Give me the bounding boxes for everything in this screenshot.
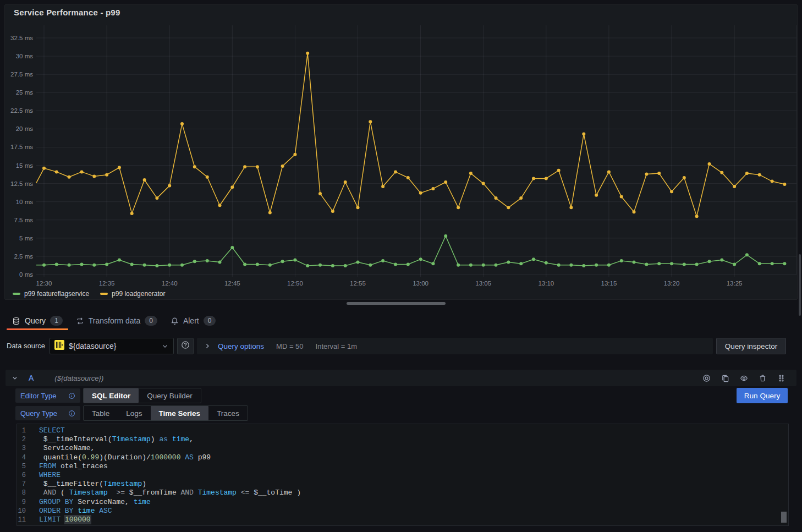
svg-text:17.5 ms: 17.5 ms [10, 144, 33, 150]
svg-text:12:30: 12:30 [36, 280, 52, 287]
transform-icon [76, 317, 84, 325]
line-number: 9 [17, 498, 39, 507]
svg-text:13:00: 13:00 [413, 280, 429, 287]
query-inspector-button[interactable]: Query inspector [716, 338, 786, 354]
datasource-help-button[interactable] [177, 338, 194, 354]
chevron-down-icon[interactable] [11, 374, 19, 382]
legend-item[interactable]: p99 featureflagservice [13, 290, 89, 298]
drag-handle-icon[interactable] [777, 374, 785, 382]
bell-icon [171, 317, 179, 325]
run-query-button[interactable]: Run Query [737, 388, 788, 403]
code-text: AND ( Timestamp >= $__fromTime AND Times… [39, 489, 301, 497]
editor-type-label: Editor Type [15, 388, 80, 403]
svg-text:13:10: 13:10 [538, 280, 554, 287]
tab-alert[interactable]: Alert0 [164, 311, 222, 330]
tab-badge: 0 [204, 316, 216, 326]
info-circle-icon[interactable] [68, 410, 75, 417]
code-text: FROM otel_traces [39, 462, 108, 471]
svg-text:20 ms: 20 ms [16, 125, 34, 132]
svg-text:13:05: 13:05 [475, 280, 491, 287]
horizontal-scrollbar[interactable] [347, 302, 446, 305]
info-circle-icon[interactable] [68, 392, 75, 399]
tab-badge: 1 [50, 316, 63, 326]
tab-badge: 0 [145, 316, 157, 326]
record-icon[interactable] [702, 374, 711, 382]
line-number: 8 [17, 489, 39, 497]
code-line[interactable]: 4 quantile(0.99)(Duration)/1000000 AS p9… [17, 453, 788, 462]
option-traces[interactable]: Traces [208, 406, 248, 420]
svg-text:5 ms: 5 ms [19, 235, 33, 242]
line-number: 6 [17, 471, 39, 480]
option-sql-editor[interactable]: SQL Editor [84, 388, 139, 403]
svg-text:12:55: 12:55 [350, 280, 366, 287]
svg-text:25 ms: 25 ms [16, 89, 34, 96]
editor-type-radio-group: SQL EditorQuery Builder [83, 388, 201, 403]
code-text: LIMIT 100000 [39, 515, 91, 524]
sql-code-lines: 1SELECT2 $__timeInterval(Timestamp) as t… [17, 426, 788, 524]
query-row-actions [702, 374, 791, 382]
option-query-builder[interactable]: Query Builder [139, 388, 201, 403]
panel-editor-tabs: Query1Transform data0Alert0 [0, 311, 802, 330]
question-circle-icon [181, 341, 190, 352]
code-line[interactable]: 2 $__timeInterval(Timestamp) as time, [17, 435, 788, 444]
code-text: quantile(0.99)(Duration)/1000000 AS p99 [39, 453, 211, 462]
tab-query[interactable]: Query1 [6, 311, 69, 330]
code-text: ServiceName, [39, 444, 95, 453]
tab-transform-data[interactable]: Transform data0 [69, 311, 164, 330]
svg-text:12.5 ms: 12.5 ms [10, 180, 33, 187]
copy-icon[interactable] [721, 374, 729, 382]
timeseries-chart[interactable]: 0 ms2.5 ms5 ms7.5 ms10 ms12.5 ms15 ms17.… [5, 5, 797, 299]
svg-text:13:20: 13:20 [664, 280, 680, 287]
option-table[interactable]: Table [84, 406, 118, 420]
code-line[interactable]: 1SELECT [17, 426, 788, 435]
code-line[interactable]: 6WHERE [17, 471, 788, 480]
sql-code-editor[interactable]: 1SELECT2 $__timeInterval(Timestamp) as t… [17, 424, 789, 526]
svg-text:12:35: 12:35 [99, 280, 115, 287]
code-line[interactable]: 5FROM otel_traces [17, 462, 788, 471]
svg-text:7.5 ms: 7.5 ms [14, 217, 33, 223]
svg-text:12:40: 12:40 [162, 280, 178, 287]
datasource-select[interactable]: ${datasource} [50, 338, 174, 354]
editor-scrollbar-thumb[interactable] [781, 512, 787, 523]
code-line[interactable]: 3 ServiceName, [17, 444, 788, 453]
svg-text:12:45: 12:45 [224, 280, 240, 287]
code-text: $__timeInterval(Timestamp) as time, [39, 435, 194, 444]
option-time-series[interactable]: Time Series [151, 406, 209, 420]
code-line[interactable]: 11LIMIT 100000 [17, 515, 788, 524]
line-number: 3 [17, 444, 39, 453]
chart-legend: p99 featureflagservicep99 loadgenerator [13, 290, 166, 298]
code-text: GROUP BY ServiceName, time [39, 498, 151, 507]
line-number: 4 [17, 453, 39, 462]
code-line[interactable]: 10ORDER BY time ASC [17, 507, 788, 515]
interval-value: Interval = 1m [316, 342, 358, 350]
trash-icon[interactable] [759, 374, 767, 382]
line-number: 1 [17, 426, 39, 435]
database-icon [12, 317, 20, 325]
svg-text:32.5 ms: 32.5 ms [10, 35, 33, 41]
code-line[interactable]: 8 AND ( Timestamp >= $__fromTime AND Tim… [17, 489, 788, 497]
option-logs[interactable]: Logs [118, 406, 150, 420]
code-line[interactable]: 7 $__timeFilter(Timestamp) [17, 480, 788, 489]
legend-item[interactable]: p99 loadgenerator [100, 290, 165, 298]
query-row-header[interactable]: A (${datasource}) [6, 370, 796, 386]
svg-text:30 ms: 30 ms [16, 53, 34, 59]
svg-text:13:15: 13:15 [601, 280, 617, 287]
chevron-right-icon[interactable] [204, 342, 211, 350]
query-type-label: Query Type [15, 406, 80, 420]
line-number: 5 [17, 462, 39, 471]
code-text: SELECT [39, 426, 65, 435]
eye-icon[interactable] [740, 374, 748, 382]
line-number: 11 [17, 515, 39, 524]
legend-series-swatch [100, 293, 108, 295]
svg-text:0 ms: 0 ms [19, 271, 33, 278]
query-options-bar: Query options MD = 50 Interval = 1m [197, 338, 713, 354]
svg-text:15 ms: 15 ms [16, 162, 34, 169]
code-text: $__timeFilter(Timestamp) [39, 480, 146, 489]
page-scrollbar[interactable] [799, 254, 801, 316]
code-line[interactable]: 9GROUP BY ServiceName, time [17, 498, 788, 507]
chevron-down-icon [161, 342, 169, 350]
svg-text:13:25: 13:25 [727, 280, 743, 287]
query-options-link[interactable]: Query options [218, 342, 264, 350]
svg-text:10 ms: 10 ms [16, 199, 34, 205]
tab-label: Alert [183, 316, 199, 325]
